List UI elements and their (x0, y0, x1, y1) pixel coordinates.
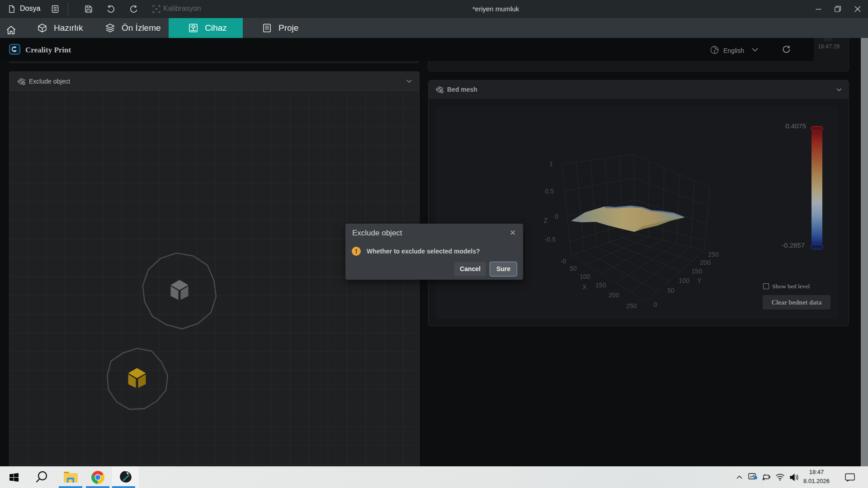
svg-text:-0: -0 (561, 258, 566, 265)
svg-text:50: 50 (667, 287, 675, 294)
svg-text:0.5: 0.5 (545, 188, 554, 195)
svg-text:Y: Y (697, 277, 702, 284)
svg-text:1: 1 (549, 160, 553, 168)
svg-text:250: 250 (708, 251, 719, 258)
svg-text:100: 100 (679, 277, 689, 284)
svg-text:-0.5: -0.5 (545, 236, 556, 243)
svg-text:100: 100 (580, 273, 590, 280)
svg-text:200: 200 (609, 291, 619, 299)
svg-text:150: 150 (691, 267, 702, 275)
svg-text:250: 250 (626, 302, 637, 310)
svg-text:150: 150 (595, 282, 606, 289)
svg-text:50: 50 (570, 265, 577, 272)
svg-text:0: 0 (555, 213, 558, 220)
svg-text:0: 0 (654, 301, 657, 308)
svg-text:Z: Z (543, 217, 547, 224)
svg-text:X: X (582, 283, 587, 291)
svg-text:200: 200 (700, 259, 711, 266)
